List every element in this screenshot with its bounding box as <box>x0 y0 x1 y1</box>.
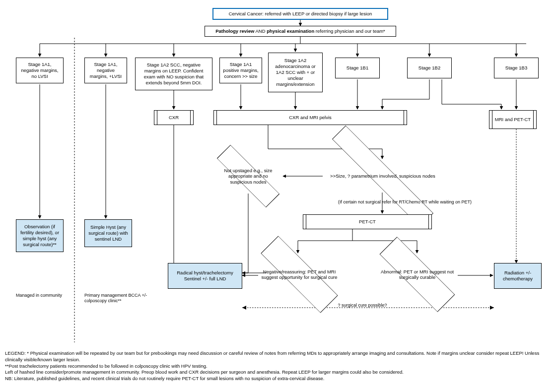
stage-1a2-adeno: Stage 1A2 adenocarcinoma or 1A2 SCC with… <box>268 53 323 92</box>
svg-marker-43 <box>242 306 246 310</box>
decision-size-parametrium: >>Size, ? parametrium involved, suspicio… <box>321 159 445 194</box>
surgical-cure-label: ? surgical cure possible? <box>313 303 412 308</box>
outcome-radical: Radical hyst/trachelectomy Sentinel +/- … <box>168 263 242 289</box>
stage-1a1-neg-lvsi: Stage 1A1, negative margins, +LVSI <box>84 58 127 83</box>
stage-1b2: Stage 1B2 <box>407 58 452 78</box>
review-text: Pathology review AND physical examinatio… <box>215 28 385 34</box>
imaging-mri-petct: MRI and PET-CT <box>489 110 537 129</box>
decision-abnormal: Abnormal: PET or MRI suggest not surgica… <box>376 252 458 297</box>
imaging-cxr-mri: CXR and MRI pelvis <box>213 110 407 125</box>
decision-negative: Negative/reassuring: PET and MRI suggest… <box>257 252 342 297</box>
imaging-petct: PET-CT <box>303 214 432 229</box>
legend-line-4: NB: Literature, published guidelines, an… <box>5 376 550 382</box>
managed-bcca: Primary management BCCA +/- colposcopy c… <box>84 293 159 304</box>
imaging-cxr: CXR <box>154 110 194 125</box>
legend: LEGEND: * Physical examination will be r… <box>5 350 550 382</box>
outcome-observation: Observation (if fertility desired), or s… <box>16 219 64 252</box>
decision-not-upstaged: Not upstaged e.g., size appropriate and … <box>213 159 283 194</box>
flowchart-canvas: Cervical Cancer: referred with LEEP or d… <box>5 5 550 347</box>
legend-line-1: LEGEND: * Physical examination will be r… <box>5 350 550 363</box>
review-box: Pathology review AND physical examinatio… <box>205 26 396 37</box>
title-text: Cervical Cancer: referred with LEEP or d… <box>229 11 372 17</box>
title-box: Cervical Cancer: referred with LEEP or d… <box>212 8 388 20</box>
outcome-radiation: Radiation +/- chemotherapy <box>494 263 542 289</box>
stage-1a1-neg-nolvsi: Stage 1A1, negative margins, no LVSI <box>16 58 64 83</box>
svg-marker-44 <box>490 306 494 310</box>
stage-1b3: Stage 1B3 <box>494 58 539 78</box>
managed-community: Managed in community <box>16 293 64 298</box>
legend-line-3: Left of hashed line consider/promote man… <box>5 369 550 376</box>
stage-1a1-pos: Stage 1A1 positive margins, concern >> s… <box>219 58 262 83</box>
stage-1a2-scc: Stage 1A2 SCC, negative margins on LEEP.… <box>135 58 212 90</box>
legend-line-2: **Post trachelectomy patients recommende… <box>5 363 550 370</box>
rt-note: (If certain not surgical refer for RT/Ch… <box>313 199 472 205</box>
stage-1b1: Stage 1B1 <box>335 58 380 78</box>
outcome-simple-hyst: Simple Hyst (any surgical route) with se… <box>84 219 132 247</box>
